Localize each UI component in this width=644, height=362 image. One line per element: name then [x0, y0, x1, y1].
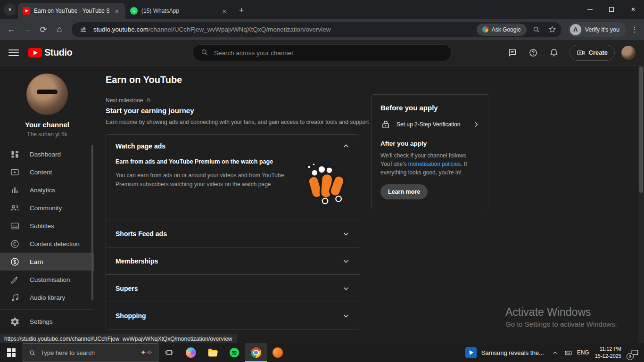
after-you-apply-title: After you apply: [380, 140, 480, 147]
studio-header-actions: Create: [504, 44, 636, 62]
earn-icon: [10, 257, 20, 267]
address-bar[interactable]: studio.youtube.com/channel/UCchFjew_wvWp…: [72, 22, 561, 37]
bookmark-star-icon[interactable]: [546, 24, 559, 36]
taskbar-search-box[interactable]: ✦✧: [23, 343, 158, 362]
youtube-favicon: [23, 7, 30, 15]
fl-studio-button[interactable]: [267, 343, 289, 362]
verify-its-you-button[interactable]: A Verify it's you: [568, 22, 626, 37]
help-icon[interactable]: [524, 44, 542, 62]
copilot-button[interactable]: [180, 343, 202, 362]
sidebar-item-subtitles[interactable]: Subtitles: [0, 217, 94, 235]
tab-search-button[interactable]: ▼: [4, 3, 16, 16]
create-button[interactable]: Create: [570, 45, 615, 61]
accordion-header-watch-page-ads[interactable]: Watch page ads: [106, 135, 360, 157]
sidebar-item-community[interactable]: Community: [0, 199, 94, 217]
clock-date: 15-12-2025: [595, 353, 621, 360]
search-icon: [29, 349, 36, 356]
channel-avatar[interactable]: [26, 74, 68, 115]
tab-close-icon[interactable]: ×: [113, 7, 121, 15]
browser-tab-active[interactable]: Earn on YouTube - YouTube Stu ×: [18, 3, 125, 19]
journey-subtitle: Earn income by showing ads and connectin…: [106, 119, 360, 125]
studio-content: Your channel The suhan yt 5k Dashboard C…: [0, 66, 644, 343]
window-minimize-button[interactable]: [579, 0, 601, 19]
feedback-icon[interactable]: [504, 44, 521, 62]
scrollbar-thumb[interactable]: [639, 66, 643, 193]
learn-more-button[interactable]: Learn more: [380, 184, 428, 199]
sidebar-item-dashboard[interactable]: Dashboard: [0, 145, 94, 163]
after-you-apply-body: We'll check if your channel follows YouT…: [380, 151, 480, 177]
chevron-down-icon: [342, 230, 350, 238]
touch-keyboard-icon[interactable]: [562, 343, 575, 362]
window-close-button[interactable]: ✕: [622, 0, 644, 19]
start-button[interactable]: [0, 343, 23, 362]
bing-sparkle-icon: ✦✧: [140, 348, 152, 357]
window-restore-button[interactable]: [601, 0, 622, 19]
browser-menu-icon[interactable]: ⋮: [629, 22, 640, 37]
news-widget[interactable]: Samsung reveals the...: [461, 343, 549, 362]
journey-title: Start your earning journey: [106, 107, 360, 115]
audio-library-icon: [10, 293, 20, 303]
two-step-verification-row[interactable]: Set up 2-Step Verification: [380, 119, 480, 130]
content-detection-icon: [10, 239, 20, 249]
sidebar-item-settings[interactable]: Settings: [0, 313, 94, 330]
spotify-button[interactable]: [223, 343, 245, 362]
ask-google-button[interactable]: Ask Google: [477, 24, 527, 36]
tab-title: (15) WhatsApp: [141, 8, 217, 14]
task-view-icon: [165, 348, 174, 357]
forward-icon[interactable]: →: [20, 22, 35, 37]
search-icon[interactable]: [530, 24, 543, 36]
studio-search-input[interactable]: [214, 49, 444, 57]
window-controls: ✕: [579, 0, 644, 19]
sidebar-item-analytics[interactable]: Analytics: [0, 181, 94, 199]
studio-search-box[interactable]: [192, 44, 452, 61]
settings-gear-icon: [10, 317, 20, 327]
file-explorer-icon: [207, 348, 218, 357]
task-view-button[interactable]: [158, 343, 180, 362]
tab-close-icon[interactable]: ×: [221, 7, 228, 15]
studio-logo[interactable]: Studio: [28, 47, 72, 58]
clock[interactable]: 11:12 PM 15-12-2025: [591, 346, 625, 360]
sidebar-item-customisation[interactable]: Customisation: [0, 271, 94, 288]
chevron-right-icon: [472, 120, 480, 129]
customisation-icon: [10, 275, 20, 285]
sidebar-item-audio-library[interactable]: Audio library: [0, 288, 94, 306]
chrome-button[interactable]: [245, 343, 267, 362]
browser-tab-whatsapp[interactable]: (15) WhatsApp ×: [125, 3, 233, 19]
new-tab-button[interactable]: +: [235, 4, 248, 17]
account-avatar[interactable]: [621, 46, 636, 60]
file-explorer-button[interactable]: [202, 343, 223, 362]
activate-windows-watermark: Activate Windows Go to Settings to activ…: [505, 306, 617, 328]
earn-main: Earn on YouTube Next milestone Start you…: [106, 66, 360, 341]
screen: ▼ Earn on YouTube - YouTube Stu × (15) W…: [0, 0, 644, 362]
monetisation-policies-link[interactable]: monetisation policies: [408, 161, 461, 167]
popcorn-illustration: [300, 160, 350, 206]
browser-toolbar: ← → ⟳ ⌂ studio.youtube.com/channel/UCchF…: [0, 19, 644, 40]
sidebar-scrollbar[interactable]: [91, 145, 93, 300]
page-scrollbar[interactable]: [638, 66, 644, 343]
reload-icon[interactable]: ⟳: [36, 22, 51, 37]
accordion-header-shorts-feed-ads[interactable]: Shorts Feed ads: [106, 220, 360, 247]
notification-center-button[interactable]: 3: [625, 343, 644, 362]
language-indicator[interactable]: ENG: [575, 349, 591, 356]
tray-expand-icon[interactable]: [549, 343, 562, 362]
news-icon: [465, 347, 477, 358]
sidebar-item-content[interactable]: Content: [0, 163, 94, 181]
studio-header: Studio Create: [0, 40, 644, 66]
sidebar-item-earn[interactable]: Earn: [0, 253, 94, 271]
back-icon[interactable]: ←: [4, 22, 19, 37]
taskbar-search-input[interactable]: [41, 349, 136, 356]
home-icon[interactable]: ⌂: [52, 22, 67, 37]
url-text[interactable]: studio.youtube.com/channel/UCchFjew_wvWp…: [93, 26, 473, 33]
search-icon: [200, 48, 208, 58]
channel-name: Your channel: [0, 121, 94, 129]
status-bar-link: https://studio.youtube.com/channel/UCchF…: [0, 334, 237, 343]
panel-body: You can earn from ads on or around your …: [116, 171, 293, 189]
accordion-header-supers[interactable]: Supers: [106, 275, 360, 302]
notifications-bell-icon[interactable]: [545, 44, 563, 62]
site-info-icon[interactable]: [77, 24, 90, 36]
studio-logo-text: Studio: [44, 47, 72, 58]
sidebar-item-content-detection[interactable]: Content detection: [0, 235, 94, 253]
accordion-header-shopping[interactable]: Shopping: [106, 302, 360, 329]
menu-hamburger-icon[interactable]: [8, 49, 19, 56]
accordion-header-memberships[interactable]: Memberships: [106, 247, 360, 274]
